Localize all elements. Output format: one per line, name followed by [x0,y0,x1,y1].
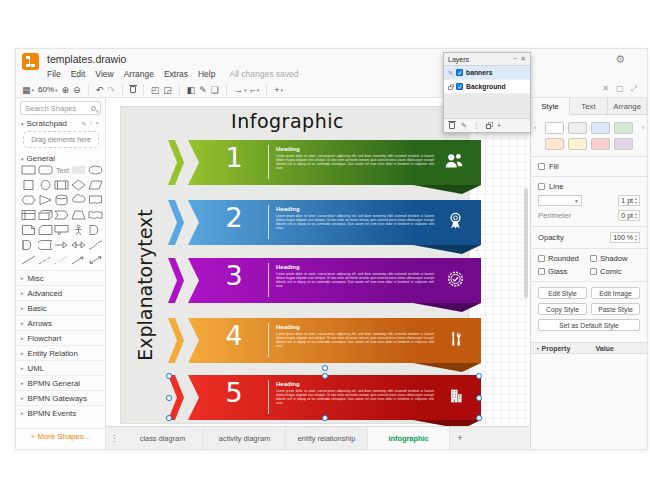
shape-and[interactable] [20,239,37,251]
outline-icon[interactable]: ▢ [616,84,624,94]
style-swatch[interactable] [591,122,610,134]
style-swatch[interactable] [568,122,587,134]
banner-3[interactable]: 3HeadingLorem ipsum dolor sit amet, cons… [168,258,481,303]
page-tab-activity-diagram[interactable]: activity diagram [204,427,286,449]
layers-dialog[interactable]: Layers − ✕ ✎bannersBackground ✎ ⋮ + [443,52,531,133]
edit-image-button[interactable]: Edit Image [591,287,640,299]
banner-2[interactable]: 2HeadingLorem ipsum dolor sit amet, cons… [168,200,481,245]
shape-rectangle[interactable] [20,164,37,176]
collapse-icon[interactable]: ▸ [537,345,540,351]
shape-cloud[interactable] [70,194,87,206]
edit-layer-icon[interactable]: ✎ [461,122,467,130]
page-tab-entity-relationship[interactable]: entity relationship [286,427,368,449]
shape-trapezoid[interactable] [70,209,87,221]
shape-callout[interactable] [54,224,71,236]
selection-handle[interactable] [476,395,482,401]
checkbox[interactable] [538,268,545,275]
edit-style-button[interactable]: Edit Style [538,287,587,299]
edit-icon[interactable]: ✎ [448,69,453,76]
shape-rounded-rectangle[interactable] [37,164,54,176]
sidebar-section-bpmn-general[interactable]: ▸BPMN General [16,375,105,390]
delete-icon[interactable] [130,86,136,93]
shape-curve[interactable] [87,239,104,251]
shape-process[interactable] [54,179,71,191]
format-tab-style[interactable]: Style [531,98,570,115]
checkbox[interactable] [538,255,545,262]
banner-1[interactable]: 1HeadingLorem ipsum dolor sit amet, cons… [168,140,481,185]
sidebar-section-entity-relation[interactable]: ▸Entity Relation [16,345,105,360]
selection-handle[interactable] [476,373,482,379]
duplicate-layer-icon[interactable] [486,124,491,129]
shape-actor[interactable] [70,224,87,236]
sidebar-section-arrows[interactable]: ▸Arrows [16,315,105,330]
selection-handle[interactable] [166,373,172,379]
shape-internal-storage[interactable] [20,209,37,221]
format-tab-text[interactable]: Text [570,98,609,114]
sidebar-section-bpmn-events[interactable]: ▸BPMN Events [16,405,105,420]
line-width-stepper[interactable]: 1 pt ▴▾ [618,195,640,206]
add-layer-icon[interactable]: + [497,122,501,129]
selection-handle[interactable] [322,365,328,371]
menu-edit[interactable]: Edit [71,69,86,81]
option-comic[interactable]: Comic [590,267,640,276]
option-shadow[interactable]: Shadow [590,254,640,263]
scratchpad-dropzone[interactable]: Drag elements here [23,131,99,148]
sidebar-section-misc[interactable]: ▸Misc [16,270,105,285]
option-rounded[interactable]: Rounded [538,254,588,263]
import-icon[interactable]: ↑ [89,120,92,127]
sidebar-section-basic[interactable]: ▸Basic [16,300,105,315]
zoom-level-dropdown[interactable]: 60%▾ [38,85,58,95]
layer-visibility-checkbox[interactable] [456,69,463,76]
shape-bidirectional-arrow[interactable] [70,239,87,251]
menu-extras[interactable]: Extras [164,69,188,81]
delete-layer-icon[interactable] [449,122,455,129]
swatch-prev-icon[interactable]: ‹ [534,124,536,131]
shadow-icon[interactable]: ❏ [211,85,219,95]
canvas-scrollbar[interactable] [524,188,528,298]
selection-handle[interactable] [476,415,482,421]
edit-icon[interactable]: ✎ [81,120,86,127]
fullscreen-icon[interactable]: ⤢ [631,84,637,94]
scratchpad-header[interactable]: ▾ Scratchpad [21,119,67,128]
shape-cylinder[interactable] [54,194,71,206]
fill-color-icon[interactable]: ◧ [187,85,196,95]
shape-cube[interactable] [37,209,54,221]
sidebar-section-bpmn-gateways[interactable]: ▸BPMN Gateways [16,390,105,405]
stepper-arrows-icon[interactable]: ▴▾ [635,234,637,240]
layer-row-background[interactable]: Background [444,80,530,94]
shape-card[interactable] [37,224,54,236]
insert-icon[interactable]: +▾ [274,85,283,95]
shape-square[interactable] [20,179,37,191]
selection-handle[interactable] [166,395,172,401]
shape-circle[interactable] [37,179,54,191]
paste-style-button[interactable]: Paste Style [591,303,640,315]
menu-file[interactable]: File [47,69,61,81]
infographic-title[interactable]: Infographic [106,110,469,132]
shape-diamond[interactable] [70,179,87,191]
stepper-arrows-icon[interactable]: ▴▾ [635,212,637,218]
line-style-dropdown[interactable]: ▼ [538,195,582,206]
banner-4[interactable]: 4HeadingLorem ipsum dolor sit amet, cons… [168,318,481,363]
pen-icon[interactable]: ✎ [199,85,207,95]
style-swatch[interactable] [614,138,633,150]
shape-ellipse[interactable] [87,164,104,176]
line-checkbox[interactable] [538,183,545,190]
style-swatch[interactable] [545,138,564,150]
shape-textbox[interactable] [70,164,87,176]
search-input[interactable]: Search Shapes [20,101,101,115]
connection-icon[interactable]: →▾ [234,85,247,95]
style-swatch[interactable] [591,138,610,150]
fill-checkbox[interactable] [538,163,545,170]
copy-style-button[interactable]: Copy Style [538,303,587,315]
layers-dialog-titlebar[interactable]: Layers − ✕ [444,53,530,66]
more-shapes-button[interactable]: + More Shapes... [16,428,105,443]
banner-5[interactable]: 5HeadingLorem ipsum dolor sit amet, cons… [168,375,481,420]
zoom-in-icon[interactable]: ⊕ [62,85,70,95]
close-icon[interactable]: ✕ [520,55,526,63]
selection-handle[interactable] [322,373,328,379]
format-tab-arrange[interactable]: Arrange [608,98,647,114]
shape-or[interactable] [87,224,104,236]
menu-arrange[interactable]: Arrange [124,69,154,81]
minimize-icon[interactable]: − [513,55,517,63]
layer-visibility-checkbox[interactable] [456,83,463,90]
